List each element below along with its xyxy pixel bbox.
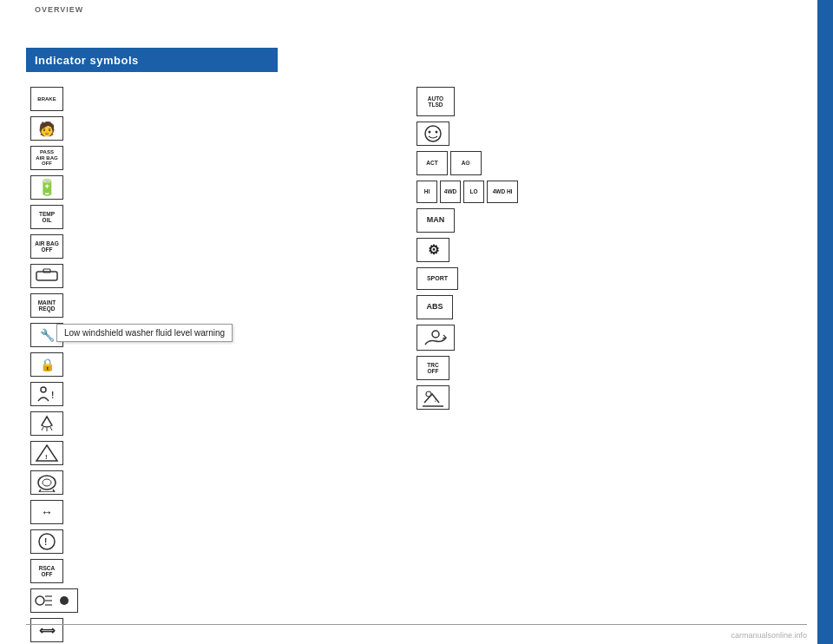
hill-symbol: ↓ xyxy=(416,385,449,410)
list-item xyxy=(30,588,78,613)
list-item: SPORT xyxy=(416,267,518,290)
person-exclamation-symbol: ! xyxy=(30,382,63,406)
alert-circle-symbol: ! xyxy=(30,529,63,554)
left-symbols-column: BRAKE 🧑 PASSAIR BAGOFF 🔋 TEMPOIL AIR BAG… xyxy=(30,87,78,644)
face-icon-symbol xyxy=(416,122,449,146)
svg-line-6 xyxy=(50,427,52,430)
list-item: 🔋 xyxy=(30,175,78,200)
skid-symbol xyxy=(416,325,455,351)
svg-point-19 xyxy=(60,596,69,605)
temp-oil-symbol: TEMPOIL xyxy=(30,205,63,229)
list-item: ! xyxy=(30,382,78,406)
ao-symbol: A⊙ xyxy=(450,151,482,175)
list-item xyxy=(30,264,78,288)
gear-snowflake-symbol: ⚙ xyxy=(416,238,449,262)
airbag-on-symbol: AIR BAGOFF xyxy=(30,234,63,259)
abs-symbol: ABS xyxy=(416,295,453,319)
lock-symbol: 🔒 xyxy=(30,352,63,377)
list-item: ! xyxy=(30,529,78,554)
tire-pressure-symbol xyxy=(30,470,63,495)
title-bar: Indicator symbols xyxy=(26,48,278,72)
list-item: ABS xyxy=(416,295,518,319)
list-item: MAINTREQD xyxy=(30,293,78,318)
trc-off-symbol: TRCOFF xyxy=(416,356,449,380)
list-item: ! xyxy=(30,441,78,465)
list-item: AIR BAGOFF xyxy=(30,234,78,259)
lo-symbol: LO xyxy=(463,181,484,203)
header-title: OVERVIEW xyxy=(35,5,83,14)
4wd-hi-symbol: 4WD HI xyxy=(487,181,518,203)
list-item: ⚙ xyxy=(416,238,518,262)
man-symbol: MAN xyxy=(416,208,455,233)
svg-point-31 xyxy=(432,331,439,338)
list-item: TEMPOIL xyxy=(30,205,78,229)
multi-arrow-symbol: ⟺ xyxy=(30,618,63,642)
list-item: MAN xyxy=(416,208,518,233)
list-item: BRAKE xyxy=(30,87,78,111)
list-item xyxy=(416,122,518,146)
right-symbols-column: AUTOTLSD ACT A⊙ HI xyxy=(416,87,518,411)
brake-symbol: BRAKE xyxy=(30,87,63,111)
list-item: ⟺ xyxy=(30,618,78,642)
auto-tlsd-symbol: AUTOTLSD xyxy=(416,87,455,116)
washer-fluid-symbol xyxy=(30,411,63,436)
maint-reqd-symbol: MAINTREQD xyxy=(30,293,63,318)
list-item: TRCOFF xyxy=(416,356,518,380)
svg-text:↓: ↓ xyxy=(434,397,437,403)
svg-line-4 xyxy=(42,427,43,430)
list-item: ↓ xyxy=(416,385,518,410)
list-item: RSCAOFF xyxy=(30,559,78,583)
battery-symbol: 🔋 xyxy=(30,175,63,200)
svg-text:!: ! xyxy=(51,391,54,400)
svg-point-28 xyxy=(425,126,441,141)
list-item xyxy=(416,325,518,351)
fog-light-symbol xyxy=(30,588,78,613)
list-item: ↔ xyxy=(30,500,78,524)
svg-point-15 xyxy=(36,596,44,605)
svg-point-8 xyxy=(38,476,56,490)
list-item: ACT A⊙ xyxy=(416,151,518,175)
list-item: AUTOTLSD xyxy=(416,87,518,116)
rsca-off-symbol: RSCAOFF xyxy=(30,559,63,583)
list-item xyxy=(30,470,78,495)
airbag-off-symbol: PASSAIR BAGOFF xyxy=(30,146,63,170)
sport-symbol: SPORT xyxy=(416,267,458,290)
act-symbol: ACT xyxy=(416,151,448,175)
bottom-divider xyxy=(26,624,807,625)
right-sidebar xyxy=(817,0,833,644)
hi-symbol: HI xyxy=(416,181,437,203)
section-title: Indicator symbols xyxy=(35,54,139,67)
top-header: OVERVIEW xyxy=(0,0,817,19)
watermark: carmanualsonline.info xyxy=(731,631,807,640)
check-engine-symbol xyxy=(30,264,63,288)
warning-triangle-symbol: ! xyxy=(30,441,63,465)
svg-point-2 xyxy=(41,387,46,392)
svg-point-29 xyxy=(429,131,431,134)
svg-text:!: ! xyxy=(45,453,48,461)
tooltip-box: Low windshield washer fluid level warnin… xyxy=(56,324,233,342)
tooltip-text: Low windshield washer fluid level warnin… xyxy=(64,328,225,338)
4wd-symbol: 4WD xyxy=(440,181,461,203)
svg-point-30 xyxy=(436,131,438,134)
seatbelt-symbol: 🧑 xyxy=(30,116,63,141)
svg-point-9 xyxy=(43,479,51,486)
list-item: 🔒 xyxy=(30,352,78,377)
list-item: HI 4WD LO 4WD HI xyxy=(416,181,518,203)
list-item: PASSAIR BAGOFF xyxy=(30,146,78,170)
list-item: 🧑 xyxy=(30,116,78,141)
arrow-lr-symbol: ↔ xyxy=(30,500,63,524)
svg-text:!: ! xyxy=(44,537,47,547)
washer-fluid-container xyxy=(30,411,78,436)
